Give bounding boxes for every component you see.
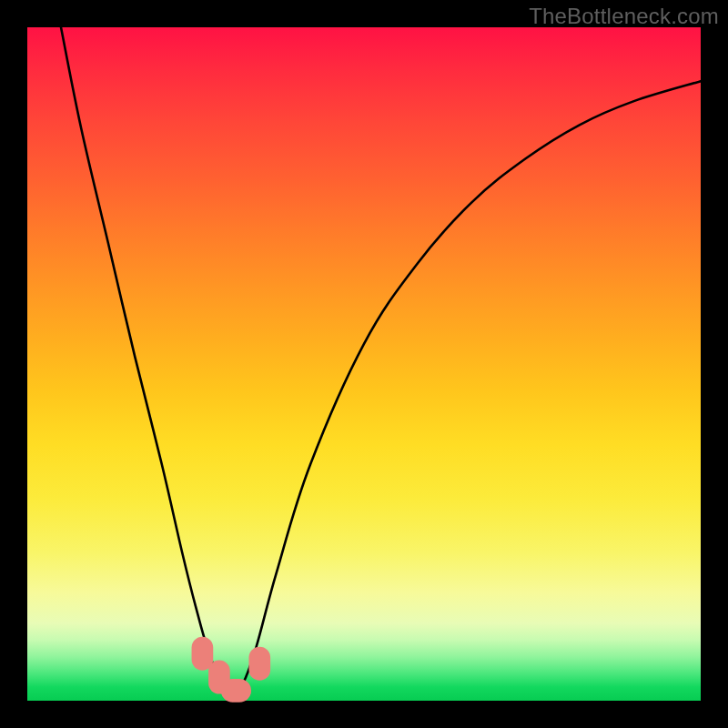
plot-area	[27, 27, 701, 701]
bottleneck-curve	[61, 27, 701, 694]
curve-marker	[248, 647, 270, 681]
chart-frame: TheBottleneck.com	[0, 0, 728, 728]
marker-group	[192, 637, 271, 703]
curve-marker	[221, 679, 251, 703]
curve-svg	[27, 27, 701, 701]
watermark-text: TheBottleneck.com	[529, 4, 719, 29]
curve-marker	[192, 637, 214, 671]
